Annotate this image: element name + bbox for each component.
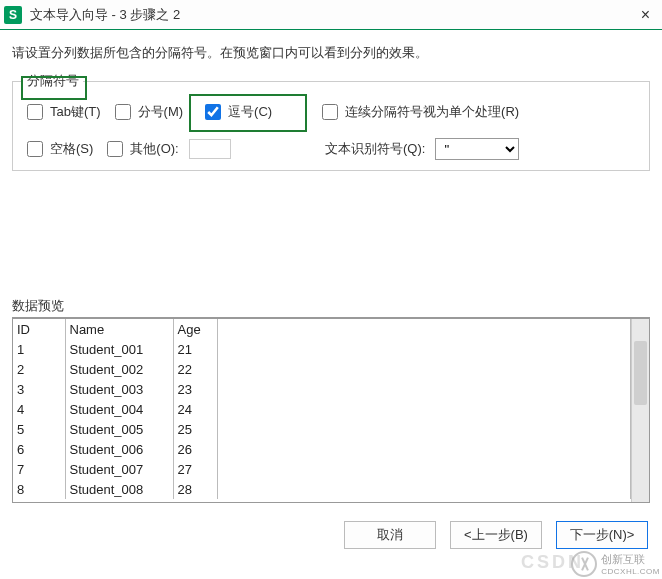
- table-row: 6Student_00626: [13, 439, 631, 459]
- delimiter-consecutive-label: 连续分隔符号视为单个处理(R): [345, 103, 519, 121]
- table-cell: Student_004: [65, 399, 173, 419]
- col-header-age: Age: [173, 319, 217, 339]
- delimiter-tab[interactable]: Tab键(T): [23, 101, 101, 123]
- table-cell: Student_006: [65, 439, 173, 459]
- table-cell: [217, 419, 631, 439]
- close-icon[interactable]: ×: [633, 6, 658, 24]
- col-header-id: ID: [13, 319, 65, 339]
- table-cell: 23: [173, 379, 217, 399]
- delimiter-other-label: 其他(O):: [130, 140, 178, 158]
- table-cell: Student_008: [65, 479, 173, 499]
- text-qualifier-select[interactable]: ": [435, 138, 519, 160]
- delimiter-semicolon-label: 分号(M): [138, 103, 184, 121]
- table-cell: 26: [173, 439, 217, 459]
- table-cell: 8: [13, 479, 65, 499]
- titlebar: S 文本导入向导 - 3 步骤之 2 ×: [0, 0, 662, 30]
- table-cell: [217, 439, 631, 459]
- delimiter-legend: 分隔符号: [23, 72, 83, 90]
- table-cell: 7: [13, 459, 65, 479]
- table-row: 8Student_00828: [13, 479, 631, 499]
- table-row: 1Student_00121: [13, 339, 631, 359]
- table-cell: Student_001: [65, 339, 173, 359]
- col-header-name: Name: [65, 319, 173, 339]
- delimiter-group: 分隔符号 Tab键(T) 分号(M) 逗号(C) 连续分隔符号视为单个处理(R): [12, 72, 650, 171]
- table-cell: [217, 399, 631, 419]
- table-row: 3Student_00323: [13, 379, 631, 399]
- table-cell: 25: [173, 419, 217, 439]
- table-cell: 5: [13, 419, 65, 439]
- table-cell: Student_007: [65, 459, 173, 479]
- delimiter-consecutive[interactable]: 连续分隔符号视为单个处理(R): [318, 101, 519, 123]
- delimiter-other-input[interactable]: [189, 139, 231, 159]
- preview-scrollbar[interactable]: [631, 319, 649, 502]
- col-header-empty: [217, 319, 631, 339]
- table-header-row: ID Name Age: [13, 319, 631, 339]
- delimiter-comma-label: 逗号(C): [228, 103, 272, 121]
- table-row: 4Student_00424: [13, 399, 631, 419]
- table-cell: 3: [13, 379, 65, 399]
- delimiter-tab-label: Tab键(T): [50, 103, 101, 121]
- table-cell: 4: [13, 399, 65, 419]
- delimiter-tab-checkbox[interactable]: [27, 104, 43, 120]
- window-title: 文本导入向导 - 3 步骤之 2: [30, 6, 633, 24]
- table-cell: Student_002: [65, 359, 173, 379]
- preview-box: ID Name Age 1Student_001212Student_00222…: [12, 317, 650, 503]
- table-row: 7Student_00727: [13, 459, 631, 479]
- delimiter-other-checkbox[interactable]: [107, 141, 123, 157]
- delimiter-semicolon[interactable]: 分号(M): [111, 101, 184, 123]
- delimiter-comma[interactable]: 逗号(C): [193, 98, 280, 126]
- text-qualifier-label: 文本识别符号(Q):: [325, 140, 425, 158]
- table-cell: 27: [173, 459, 217, 479]
- watermark-csdn: CSDN: [521, 552, 584, 573]
- table-row: 5Student_00525: [13, 419, 631, 439]
- app-icon: S: [4, 6, 22, 24]
- preview-table: ID Name Age 1Student_001212Student_00222…: [13, 319, 631, 499]
- table-cell: [217, 459, 631, 479]
- table-cell: Student_005: [65, 419, 173, 439]
- delimiter-consecutive-checkbox[interactable]: [322, 104, 338, 120]
- delimiter-space-checkbox[interactable]: [27, 141, 43, 157]
- table-cell: 1: [13, 339, 65, 359]
- table-cell: 28: [173, 479, 217, 499]
- table-cell: 21: [173, 339, 217, 359]
- table-cell: 2: [13, 359, 65, 379]
- instruction-text: 请设置分列数据所包含的分隔符号。在预览窗口内可以看到分列的效果。: [12, 44, 650, 62]
- next-button[interactable]: 下一步(N)>: [556, 521, 648, 549]
- back-button[interactable]: <上一步(B): [450, 521, 542, 549]
- table-cell: [217, 479, 631, 499]
- scrollbar-thumb[interactable]: [634, 341, 647, 405]
- delimiter-comma-checkbox[interactable]: [205, 104, 221, 120]
- cancel-button[interactable]: 取消: [344, 521, 436, 549]
- table-cell: Student_003: [65, 379, 173, 399]
- delimiter-other[interactable]: 其他(O):: [103, 138, 178, 160]
- preview-area: 数据预览 ID Name Age 1Student_001212Student_…: [12, 297, 650, 503]
- table-cell: [217, 359, 631, 379]
- table-cell: [217, 339, 631, 359]
- delimiter-space[interactable]: 空格(S): [23, 138, 93, 160]
- dialog-body: 请设置分列数据所包含的分隔符号。在预览窗口内可以看到分列的效果。 分隔符号 Ta…: [0, 30, 662, 511]
- table-cell: [217, 379, 631, 399]
- delimiter-space-label: 空格(S): [50, 140, 93, 158]
- preview-label: 数据预览: [12, 297, 650, 315]
- table-cell: 22: [173, 359, 217, 379]
- table-cell: 6: [13, 439, 65, 459]
- table-cell: 24: [173, 399, 217, 419]
- table-row: 2Student_00222: [13, 359, 631, 379]
- delimiter-semicolon-checkbox[interactable]: [115, 104, 131, 120]
- watermark-brand-sub: CDCXHL.COM: [601, 567, 660, 576]
